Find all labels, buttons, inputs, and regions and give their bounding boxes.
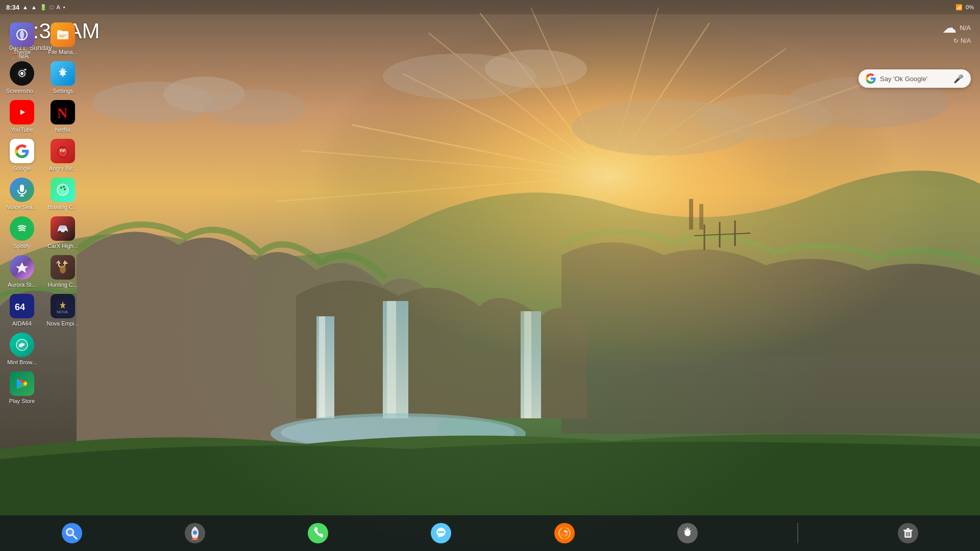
app-item-angrybirds[interactable]: Angry Bir... [43,136,83,173]
google-mic-icon[interactable]: 🎤 [953,74,964,84]
voicesearch-label: Voice Sea... [7,204,37,210]
app-item-netflix[interactable]: N Netflix [43,97,83,135]
aida64-label: AIDA64 [12,320,32,327]
svg-rect-25 [521,311,541,418]
app-item-theme[interactable]: Theme [2,19,42,57]
svg-rect-34 [699,204,703,230]
signal2-icon: ▲ [31,4,37,10]
google-search[interactable]: Say 'Ok Google' 🎤 [859,69,971,88]
weather-na2-text: N/A [961,37,971,44]
settings-label: Settings [53,88,73,94]
weather-cloud-icon: ☁ [942,19,957,36]
svg-rect-92 [906,528,910,530]
app-item-bowling[interactable]: Bowling C... [43,174,83,212]
angrybirds-label: Angry Bir... [49,165,77,171]
youtube-icon [10,100,34,124]
google-icon [10,139,34,163]
svg-rect-42 [24,69,27,70]
app-row-9: Mint Brow... [2,330,83,367]
taskbar-settings[interactable] [674,520,701,546]
weather-icon-area: ☁ N/A [942,19,971,36]
carx-label: CarX High... [47,243,78,249]
svg-line-2 [403,74,607,176]
bowling-icon [51,178,75,202]
app-row-4: Google Angry Bir... [2,136,83,173]
taskbar-chat[interactable] [428,520,454,546]
spotify-icon [10,216,34,241]
svg-point-60 [64,188,66,190]
aida64-icon: 64 [10,294,34,318]
app-item-hunting[interactable]: Hunting C... [43,252,83,290]
app-item-spotify[interactable]: Spotify [2,213,42,251]
hunting-icon [51,255,75,280]
taskbar-finder[interactable] [59,520,85,546]
svg-line-5 [531,8,607,176]
svg-text:N: N [57,105,67,121]
app-item-screenshot[interactable]: Screensho... [2,58,42,96]
app-item-aida64[interactable]: 64 AIDA64 [2,291,42,329]
screen-icon: □ [50,4,54,10]
status-bar: 8:34 ▲ ▲ 🔋 □ A • 📶 0% [0,0,980,14]
app-item-google[interactable]: Google [2,136,42,173]
battery-icon: 🔋 [40,4,47,11]
taskbar [0,515,980,551]
netflix-icon: N [51,100,75,124]
app-item-voicesearch[interactable]: Voice Sea... [2,174,42,212]
svg-point-14 [163,77,245,112]
svg-point-16 [383,54,536,99]
svg-line-7 [301,151,607,176]
svg-line-3 [429,33,607,176]
svg-point-51 [61,150,62,151]
status-time: 8:34 [6,4,19,11]
svg-rect-22 [319,316,325,418]
aurora-icon [10,255,34,280]
svg-rect-23 [383,301,408,418]
svg-rect-0 [0,0,980,551]
app-row-8: 64 AIDA64 NOVA Nova Empi... [2,291,83,329]
svg-point-18 [572,99,755,156]
app-item-settings[interactable]: Settings [43,58,83,96]
voicesearch-icon [10,178,34,202]
svg-line-11 [607,48,786,176]
spotify-label: Spotify [13,243,31,249]
wallpaper [0,0,980,551]
svg-text:64: 64 [15,302,25,312]
signal-icon: ▲ [22,4,28,10]
dot-icon: • [63,4,65,10]
svg-line-10 [607,23,709,176]
taskbar-phone[interactable] [305,520,331,546]
svg-rect-33 [689,199,693,230]
svg-point-41 [20,72,23,75]
app-item-novaempire[interactable]: NOVA Nova Empi... [43,291,83,329]
app-item-aurora[interactable]: Aurora St... [2,252,42,290]
novaempire-icon: NOVA [51,294,75,318]
app-item-youtube[interactable]: YouTube [2,97,42,135]
taskbar-firefox[interactable] [551,520,578,546]
theme-icon [10,22,34,47]
svg-point-57 [57,184,68,195]
mintbrowser-icon [10,333,34,357]
theme-label: Theme [13,49,31,55]
svg-line-12 [607,84,863,176]
svg-point-17 [485,49,587,88]
screenshot-label: Screensho... [6,88,38,94]
svg-point-77 [193,531,197,535]
app-item-carx[interactable]: CarX High... [43,213,83,251]
taskbar-launcher[interactable] [182,520,208,546]
app-row-7: Aurora St... Hunting C... [2,252,83,290]
app-item-mintbrowser[interactable]: Mint Brow... [2,330,42,367]
wifi-icon: 📶 [955,4,963,11]
svg-line-4 [480,13,607,176]
weather-widget[interactable]: ☁ N/A ↻ N/A [942,19,971,44]
carx-icon [51,216,75,241]
taskbar-trash[interactable] [895,520,921,546]
app-item-playstore[interactable]: Play Store [2,368,42,406]
app-row-3: YouTube N Netflix [2,97,83,135]
app-row-1: Theme File Mana... [2,19,83,57]
app-row-6: Spotify CarX High... [2,213,83,251]
app-item-filemanager[interactable]: File Mana... [43,19,83,57]
bowling-label: Bowling C... [48,204,78,210]
svg-rect-24 [387,301,396,418]
svg-point-62 [58,231,61,234]
app-row-10: Play Store [2,368,83,406]
